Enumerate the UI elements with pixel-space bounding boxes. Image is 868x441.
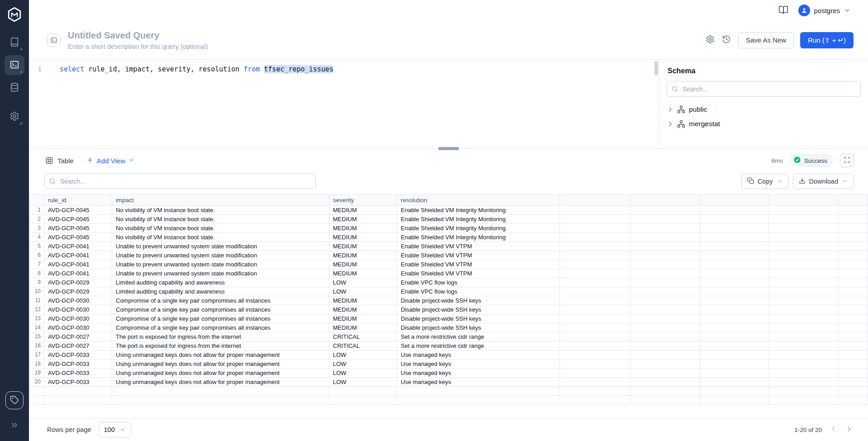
column-header[interactable]: impact — [112, 195, 329, 206]
table-row: 13AVD-GCP-0030Compromise of a single key… — [29, 314, 868, 323]
column-header[interactable]: rule_id — [44, 195, 112, 206]
empty-cell — [631, 215, 700, 224]
download-button[interactable]: Download — [793, 174, 854, 189]
empty-cell — [631, 278, 700, 287]
editor-scrollbar[interactable] — [655, 62, 658, 75]
table-cell: Using unmanaged keys does not allow for … — [112, 369, 329, 378]
results-panel: Table Add View 6ms Success — [29, 148, 868, 441]
table-cell: Compromise of a single key pair compromi… — [112, 305, 329, 314]
table-cell: Compromise of a single key pair compromi… — [112, 323, 329, 332]
table-row: 3AVD-GCP-0045No visibility of VM instanc… — [29, 224, 868, 233]
user-menu[interactable]: postgres — [798, 5, 851, 16]
schema-node-public[interactable]: public — [667, 102, 861, 117]
save-as-new-button[interactable]: Save As New — [738, 32, 794, 48]
next-page-button[interactable] — [845, 425, 854, 435]
expand-node-icon[interactable] — [667, 120, 674, 128]
query-title[interactable]: Untitled Saved Query — [68, 30, 208, 41]
results-table-head: rule_idimpactseverityresolution — [29, 195, 868, 206]
expand-results-button[interactable] — [840, 154, 854, 167]
table-cell: Enable VPC flow logs — [397, 287, 560, 296]
empty-cell — [631, 251, 700, 260]
search-icon — [49, 178, 56, 185]
table-cell: No visibility of VM instance boot state. — [112, 206, 329, 215]
sidebar-item-connections[interactable] — [5, 78, 24, 98]
docs-button[interactable] — [778, 5, 788, 16]
row-number: 19 — [29, 369, 44, 378]
sql-editor[interactable]: 1 select rule_id, impact, severity, reso… — [29, 60, 659, 148]
schema-title: Schema — [668, 67, 861, 75]
app-window: postgres Untitled Saved Query Enter a sh… — [0, 0, 868, 441]
sidebar-item-repos[interactable] — [5, 33, 24, 52]
schema-tree: publicmergestat — [667, 102, 861, 131]
table-row: 9AVD-GCP-0029Limited auditing capability… — [29, 278, 868, 287]
empty-cell — [700, 224, 769, 233]
row-number: 16 — [29, 341, 44, 351]
check-circle-icon — [793, 156, 801, 165]
corner-header — [29, 195, 44, 206]
table-cell: MEDIUM — [329, 251, 397, 260]
gear-icon — [9, 111, 19, 123]
sidebar-item-settings[interactable] — [5, 107, 24, 127]
prev-page-button[interactable] — [829, 425, 838, 435]
empty-cell — [700, 360, 769, 369]
status-badge: Success — [790, 154, 833, 167]
table-cell: Enable Shielded VM Integrity Monitoring — [397, 224, 560, 233]
results-table: rule_idimpactseverityresolution 1AVD-GCP… — [29, 194, 868, 405]
run-button[interactable]: Run (⇧ + ↵) — [800, 32, 854, 48]
tab-table[interactable]: Table — [45, 156, 74, 165]
empty-cell — [838, 224, 868, 233]
empty-cell — [769, 323, 838, 332]
panel-resize-handle[interactable] — [438, 147, 459, 150]
empty-cell — [560, 314, 631, 323]
topbar: postgres — [29, 0, 868, 21]
empty-cell — [769, 215, 838, 224]
query-description[interactable]: Enter a short description for this query… — [68, 43, 208, 50]
query-history-button[interactable] — [722, 35, 731, 45]
column-header[interactable]: resolution — [397, 195, 560, 206]
empty-cell — [838, 314, 868, 323]
repos-icon — [9, 37, 19, 48]
table-cell: AVD-GCP-0029 — [44, 287, 112, 296]
schema-search-input[interactable] — [667, 81, 861, 97]
chevron-left-icon — [829, 425, 838, 435]
empty-cell — [560, 332, 631, 341]
empty-cell — [769, 278, 838, 287]
query-settings-button[interactable] — [706, 35, 715, 45]
empty-cell — [700, 351, 769, 360]
row-number: 13 — [29, 314, 44, 323]
status-label: Success — [804, 157, 827, 164]
table-row: 4AVD-GCP-0045No visibility of VM instanc… — [29, 233, 868, 242]
schema-node-mergestat[interactable]: mergestat — [667, 117, 861, 131]
expand-node-icon[interactable] — [667, 106, 674, 113]
add-view-button[interactable]: Add View — [86, 156, 135, 165]
rows-per-page-select[interactable]: 100 — [99, 422, 131, 437]
row-number: 12 — [29, 305, 44, 314]
table-row: 5AVD-GCP-0041Unable to prevent unwanted … — [29, 242, 868, 251]
mergestat-logo[interactable] — [6, 6, 23, 23]
table-cell: Using unmanaged keys does not allow for … — [112, 351, 329, 360]
sidebar — [0, 0, 29, 441]
row-number: 6 — [29, 251, 44, 260]
row-number: 7 — [29, 260, 44, 269]
empty-cell — [560, 233, 631, 242]
empty-column-header — [631, 195, 700, 206]
sidebar-item-queries[interactable] — [5, 55, 24, 75]
column-header[interactable]: severity — [329, 195, 397, 206]
table-cell: AVD-GCP-0033 — [44, 369, 112, 378]
empty-cell — [560, 269, 631, 278]
table-cell: CRITICAL — [329, 341, 397, 351]
table-row: 7AVD-GCP-0041Unable to prevent unwanted … — [29, 260, 868, 269]
table-cell: MEDIUM — [329, 215, 397, 224]
table-row: 8AVD-GCP-0041Unable to prevent unwanted … — [29, 269, 868, 278]
results-search-input[interactable] — [44, 173, 316, 189]
expand-sidebar-button[interactable] — [5, 416, 24, 436]
schema-node-label: mergestat — [689, 120, 720, 128]
empty-cell — [769, 341, 838, 351]
table-cell: CRITICAL — [329, 332, 397, 341]
empty-cell — [700, 369, 769, 378]
copy-button[interactable]: Copy — [741, 174, 788, 189]
sidebar-item-tags[interactable] — [5, 391, 24, 409]
empty-cell — [769, 305, 838, 314]
history-icon — [722, 35, 731, 45]
empty-cell — [560, 224, 631, 233]
